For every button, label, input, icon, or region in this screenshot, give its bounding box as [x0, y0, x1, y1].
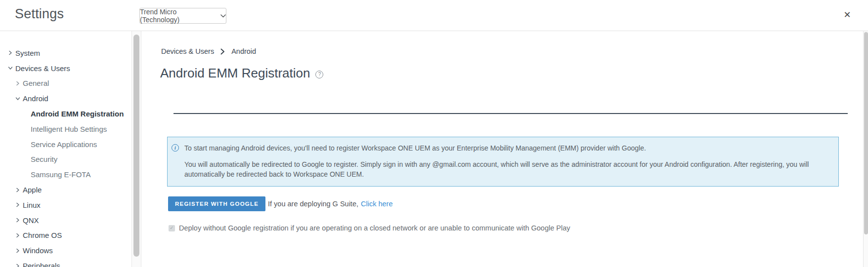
sidebar-item-label: Android EMM Registration — [31, 110, 124, 118]
sidebar-item-chrome-os[interactable]: Chrome OS — [0, 228, 131, 243]
close-button[interactable]: ✕ — [840, 8, 854, 22]
breadcrumb: Devices & Users Android — [161, 47, 256, 55]
main-scrollbar[interactable] — [863, 31, 868, 267]
chevron-right-icon — [15, 188, 20, 192]
sidebar-item-security[interactable]: Security — [0, 152, 131, 167]
deploy-checkbox-label: Deploy without Google registration if yo… — [179, 224, 570, 232]
sidebar-item-windows[interactable]: Windows — [0, 243, 131, 258]
chevron-down-icon — [15, 96, 20, 101]
sidebar-item-label: Android — [23, 94, 48, 103]
check-icon: ✓ — [170, 226, 174, 230]
sidebar-item-label: Security — [31, 155, 57, 163]
chevron-down-icon — [220, 14, 226, 18]
page-title: Android EMM Registration — [160, 66, 310, 81]
settings-header: Settings Trend Micro (Technology) ✕ — [0, 0, 868, 31]
main-content: Devices & Users Android Android EMM Regi… — [141, 31, 863, 267]
chevron-right-icon — [15, 248, 20, 253]
sidebar-scrollbar-thumb[interactable] — [133, 35, 139, 257]
sidebar-item-label: Intelligent Hub Settings — [31, 125, 107, 133]
chevron-right-icon — [15, 233, 20, 238]
sidebar-item-devices-users[interactable]: Devices & Users — [0, 61, 131, 76]
deploy-checkbox-row: ✓ Deploy without Google registration if … — [169, 224, 570, 232]
sidebar-item-linux[interactable]: Linux — [0, 197, 131, 213]
breadcrumb-devices-users[interactable]: Devices & Users — [161, 47, 214, 55]
chevron-right-icon — [15, 218, 20, 223]
sidebar-item-service-applications[interactable]: Service Applications — [0, 137, 131, 152]
sidebar-item-intelligent-hub-settings[interactable]: Intelligent Hub Settings — [0, 121, 131, 137]
sidebar-item-peripherals[interactable]: Peripherals — [0, 258, 131, 267]
gsuite-click-here-link[interactable]: Click here — [361, 200, 392, 208]
chevron-right-icon — [15, 264, 20, 267]
sidebar-item-system[interactable]: System — [0, 45, 131, 61]
chevron-right-icon — [220, 48, 225, 55]
info-paragraph-2: You will automatically be redirected to … — [184, 159, 828, 179]
sidebar-item-label: Peripherals — [23, 262, 60, 267]
gsuite-note-text: If you are deploying G Suite, — [268, 200, 358, 208]
chevron-right-icon — [8, 50, 13, 55]
info-box: i To start managing Android devices, you… — [167, 137, 839, 187]
sidebar-item-label: Windows — [23, 246, 53, 255]
chevron-right-icon — [15, 81, 20, 86]
sidebar-item-samsung-e-fota[interactable]: Samsung E-FOTA — [0, 167, 131, 182]
sidebar-item-qnx[interactable]: QNX — [0, 213, 131, 228]
organization-group-label: Trend Micro (Technology) — [140, 8, 217, 24]
sidebar-item-label: Linux — [23, 201, 41, 209]
info-paragraph-1: To start managing Android devices, you'l… — [184, 143, 828, 153]
sidebar-item-label: Devices & Users — [15, 64, 70, 73]
deploy-checkbox[interactable]: ✓ — [169, 225, 175, 231]
sidebar-item-label: Service Applications — [31, 140, 97, 149]
organization-group-dropdown[interactable]: Trend Micro (Technology) — [139, 8, 226, 24]
main-scrollbar-thumb[interactable] — [864, 32, 868, 234]
sidebar-item-apple[interactable]: Apple — [0, 182, 131, 197]
sidebar-scrollbar[interactable] — [131, 31, 141, 267]
gsuite-note: If you are deploying G Suite, Click here — [268, 196, 392, 211]
sidebar-item-label: Apple — [23, 186, 42, 194]
chevron-right-icon — [15, 202, 20, 207]
close-icon: ✕ — [843, 9, 851, 20]
sidebar-item-label: Samsung E-FOTA — [31, 170, 90, 179]
sidebar-nav: SystemDevices & UsersGeneralAndroidAndro… — [0, 31, 131, 267]
chevron-down-icon — [8, 66, 13, 71]
sidebar-item-general[interactable]: General — [0, 76, 131, 91]
register-with-google-button[interactable]: REGISTER WITH GOOGLE — [168, 196, 265, 211]
help-icon[interactable]: ? — [315, 71, 323, 78]
sidebar-item-android-emm-registration[interactable]: Android EMM Registration — [0, 106, 131, 121]
sidebar-item-label: Chrome OS — [23, 231, 62, 239]
page-title-settings: Settings — [15, 6, 64, 22]
breadcrumb-android[interactable]: Android — [231, 47, 256, 55]
sidebar-item-label: General — [23, 79, 49, 87]
sidebar-item-android[interactable]: Android — [0, 91, 131, 106]
sidebar-item-label: System — [15, 49, 40, 57]
section-divider — [174, 113, 848, 114]
info-icon: i — [172, 144, 179, 152]
sidebar-item-label: QNX — [23, 216, 39, 225]
page-title-row: Android EMM Registration ? — [160, 66, 323, 81]
